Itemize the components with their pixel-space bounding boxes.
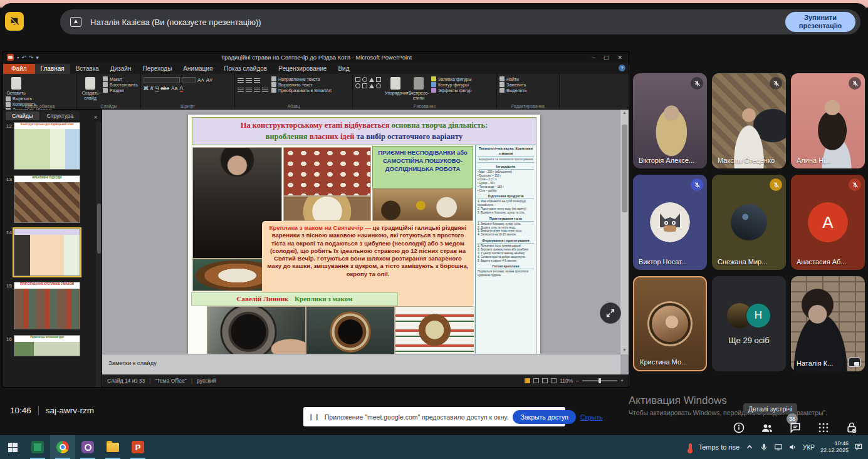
align-text-button[interactable]: Выровнять текст (271, 82, 332, 87)
cut-button[interactable]: Вырезать (6, 96, 52, 101)
tab-insert[interactable]: Вставка (70, 64, 105, 74)
thumbnail-row[interactable]: 14 (3, 229, 96, 276)
participant-tile[interactable]: Виктор Носат... (633, 175, 707, 270)
self-view-tile[interactable]: Наталія К... (791, 276, 865, 371)
shrink-font-icon[interactable]: A˅ (206, 77, 213, 83)
tab-home[interactable]: Главная (35, 64, 70, 74)
help-icon[interactable]: ? (619, 64, 625, 71)
ppt-titlebar[interactable]: ▪ ↶ ↷ ▾ Традиційні страви на Святвечір д… (3, 52, 629, 63)
people-icon[interactable] (761, 421, 773, 434)
grow-font-icon[interactable]: A˄ (197, 77, 204, 83)
align-left-icon[interactable] (238, 88, 244, 93)
justify-icon[interactable] (262, 88, 268, 93)
shape-rect-icon[interactable] (355, 77, 360, 82)
redo-icon[interactable]: ↷ (29, 54, 34, 61)
tray-display-icon[interactable] (774, 443, 783, 451)
chat-icon[interactable] (789, 421, 802, 434)
font-color-button[interactable]: А (180, 85, 184, 92)
minimize-button[interactable]: – (592, 54, 595, 61)
thumbnail-row[interactable]: 16 Практичне втілення ідеї (3, 335, 96, 356)
panel-close-icon[interactable]: ✕ (93, 115, 98, 120)
numbering-icon[interactable] (246, 78, 252, 84)
quick-access-dropdown-icon[interactable]: ▾ (36, 54, 39, 61)
layout-button[interactable]: Макет (103, 76, 138, 81)
taskbar-clock[interactable]: 10:4622.12.2025 (820, 440, 849, 455)
arrange-button[interactable]: Упорядочить (385, 76, 406, 96)
tray-mic-icon[interactable] (760, 443, 768, 451)
zoom-in-icon[interactable]: + (620, 378, 624, 384)
reset-button[interactable]: Восстановить (103, 82, 138, 87)
taskbar-viber[interactable] (75, 435, 100, 459)
paste-button[interactable]: Вставить (6, 76, 27, 96)
tab-slideshow[interactable]: Показ слайдов (218, 64, 273, 74)
align-center-icon[interactable] (246, 88, 252, 93)
section-button[interactable]: Раздел (103, 88, 138, 93)
panel-tab-slides[interactable]: Слайды (6, 111, 39, 120)
bold-button[interactable]: Ж (144, 85, 149, 91)
stop-presentation-button[interactable]: Зупинити презентацію (785, 12, 855, 32)
participant-tile[interactable]: Снежана Мир... (712, 175, 786, 270)
shape-effects-button[interactable]: Эффекты фигур (431, 88, 471, 93)
shape-fill-button[interactable]: Заливка фигуры (431, 76, 471, 81)
shape-icon[interactable] (369, 84, 374, 88)
replace-button[interactable]: Заменить (499, 82, 557, 87)
slide-thumbnail-12[interactable]: Конструкторсько-дослідницький етап (14, 122, 80, 170)
taskbar-classroom[interactable] (25, 435, 50, 459)
taskbar-chrome[interactable] (50, 435, 75, 459)
shape-icon[interactable] (362, 83, 367, 88)
panel-tab-outline[interactable]: Структура (41, 111, 80, 120)
new-slide-button[interactable]: Создать слайд (80, 76, 101, 100)
italic-button[interactable]: К (150, 85, 154, 91)
tab-transitions[interactable]: Переходы (137, 64, 177, 74)
slide-thumbnail-15[interactable]: ПРИГОТУВАННЯ КРЕПЛИКІВ З МАКОМ (14, 282, 80, 329)
indent-icon[interactable] (254, 78, 260, 84)
font-size-box[interactable] (182, 77, 196, 83)
tab-review[interactable]: Рецензирование (273, 64, 332, 74)
shape-icon[interactable] (376, 77, 381, 82)
shape-outline-button[interactable]: Контур фигуры (431, 82, 471, 87)
weather-label[interactable]: Temps to rise (699, 443, 740, 451)
thumbnail-row[interactable]: 15 ПРИГОТУВАННЯ КРЕПЛИКІВ З МАКОМ (3, 282, 96, 329)
shape-icon[interactable] (376, 83, 381, 88)
slideshow-view-icon[interactable] (551, 378, 557, 383)
notification-center-icon[interactable] (854, 443, 863, 451)
tray-chevron-up-icon[interactable] (745, 443, 754, 451)
thumbnail-row[interactable]: 13 КРЕАТИВНІ ПІДХОДИ (3, 175, 96, 223)
panel-scrollbar[interactable] (96, 122, 102, 387)
quick-styles-button[interactable]: Экспресс-стили (408, 76, 429, 100)
reading-view-icon[interactable] (542, 378, 548, 383)
activities-grid-icon[interactable] (817, 421, 830, 434)
shape-triangle-icon[interactable] (369, 78, 374, 82)
zoom-slider[interactable] (582, 380, 617, 381)
participant-tile[interactable]: Максим Стеценко (712, 73, 786, 168)
select-button[interactable]: Выделить (499, 88, 557, 93)
slide-thumbnail-14-current[interactable] (14, 229, 80, 276)
slide-scrollbar[interactable]: ▲▼ (620, 110, 629, 354)
tray-volume-icon[interactable] (788, 443, 797, 451)
taskbar-powerpoint[interactable]: P (125, 435, 150, 459)
find-button[interactable]: Найти (499, 76, 557, 81)
keyboard-language[interactable]: УКР (803, 444, 815, 451)
thumbnail-row[interactable]: 12 Конструкторсько-дослідницький етап (3, 122, 96, 170)
tab-view[interactable]: Вид (332, 64, 355, 74)
save-icon[interactable]: ▪ (17, 54, 19, 61)
align-right-icon[interactable] (254, 88, 260, 93)
change-case-button[interactable]: Аа (171, 85, 178, 91)
participant-tile[interactable]: А Анастасия Аб... (791, 175, 865, 270)
tab-file[interactable]: Файл (3, 64, 35, 74)
shape-icon[interactable] (355, 83, 360, 88)
taskbar-explorer[interactable] (100, 435, 125, 459)
participant-tile[interactable]: Вікторія Алексе... (633, 73, 707, 168)
tab-design[interactable]: Дизайн (105, 64, 137, 74)
picture-in-picture-icon[interactable] (849, 358, 860, 367)
tab-animations[interactable]: Анимация (177, 64, 218, 74)
text-direction-button[interactable]: Направление текста (271, 76, 332, 81)
participant-tile-speaking[interactable]: Кристина Мо... (633, 276, 707, 371)
info-icon[interactable] (733, 421, 745, 434)
zoom-out-icon[interactable]: – (576, 378, 579, 384)
font-name-box[interactable] (144, 77, 180, 83)
start-button[interactable] (0, 435, 25, 459)
maximize-button[interactable]: ▢ (604, 54, 609, 61)
presentation-paused-chip[interactable] (5, 12, 24, 31)
slide-thumbnail-13[interactable]: КРЕАТИВНІ ПІДХОДИ (14, 175, 80, 223)
